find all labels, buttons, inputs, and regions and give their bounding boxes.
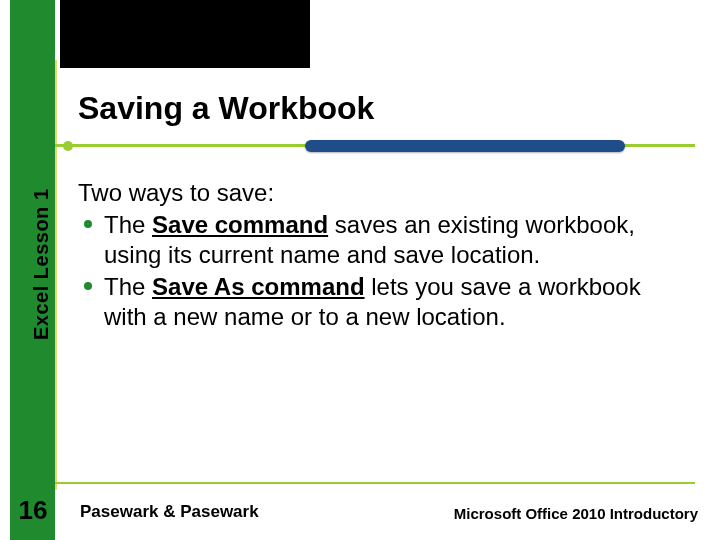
slide-title: Saving a Workbook [78, 90, 374, 127]
bullet-list: The Save command saves an existing workb… [78, 210, 690, 332]
page-number: 16 [15, 495, 51, 526]
top-dark-block [60, 0, 310, 68]
footer-left: Pasewark & Pasewark [80, 502, 259, 522]
the-prefix: The [104, 273, 152, 300]
body-content: Two ways to save: The Save command saves… [78, 178, 690, 334]
keyword-saveas: Save As command [152, 273, 365, 300]
underline-dot [63, 141, 73, 151]
body-intro: Two ways to save: [78, 178, 690, 208]
footer-divider [55, 482, 695, 484]
title-underline [55, 140, 695, 154]
footer-right: Microsoft Office 2010 Introductory [454, 505, 698, 522]
list-item: The Save command saves an existing workb… [104, 210, 690, 270]
the-prefix: The [104, 211, 152, 238]
slide: Saving a Workbook Excel Lesson 1 Two way… [0, 0, 720, 540]
underline-bulge [305, 140, 625, 152]
keyword-save: Save command [152, 211, 328, 238]
vertical-lesson-label: Excel Lesson 1 [30, 188, 53, 340]
list-item: The Save As command lets you save a work… [104, 272, 690, 332]
